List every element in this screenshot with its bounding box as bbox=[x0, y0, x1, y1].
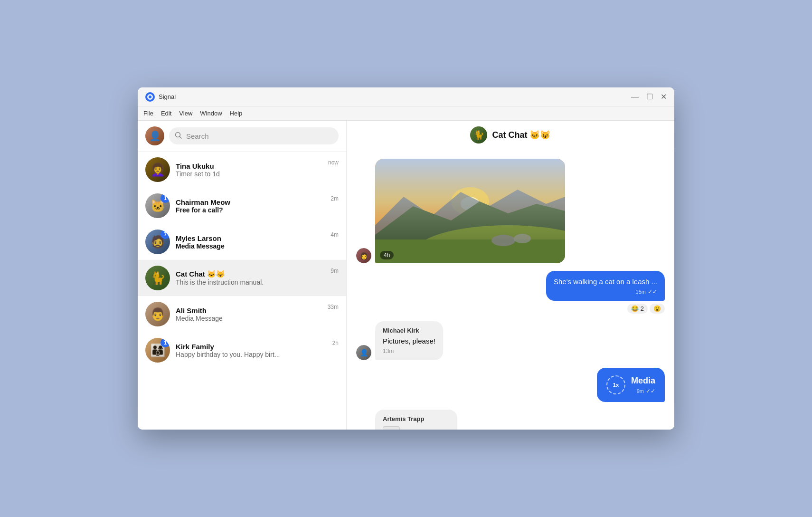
conv-time-myles: 4m bbox=[330, 231, 339, 238]
conv-avatar-myles: 🧔 7 bbox=[145, 230, 170, 254]
msg-text-leash: She's walking a cat on a leash ... bbox=[554, 277, 657, 287]
conv-time-chairman: 2m bbox=[330, 195, 339, 202]
titlebar: Signal — ☐ ✕ bbox=[138, 87, 674, 106]
msg-bubble-image: 4h bbox=[375, 159, 565, 263]
msg-meta-media: 9m ✓✓ bbox=[631, 388, 655, 394]
msg-time-in-michael: 13m bbox=[383, 348, 435, 354]
maximize-button[interactable]: ☐ bbox=[646, 93, 653, 101]
menubar: File Edit View Window Help bbox=[138, 106, 674, 121]
msg-reactions: 😂 2 😮 bbox=[627, 304, 665, 314]
conv-item-catchat[interactable]: 🐈 Cat Chat 🐱😺 This is the instruction ma… bbox=[138, 260, 346, 296]
msg-time-media: 9m bbox=[637, 388, 644, 394]
conv-info-kirk: Kirk Family Happy birthday to you. Happy… bbox=[176, 343, 332, 358]
conv-preview-kirk: Happy birthday to you. Happy birt... bbox=[176, 351, 332, 358]
menu-edit[interactable]: Edit bbox=[161, 110, 171, 117]
conv-info-tina: Tina Ukuku Timer set to 1d bbox=[176, 162, 328, 178]
svg-point-12 bbox=[514, 234, 531, 243]
conv-info-ali: Ali Smith Media Message bbox=[176, 306, 328, 322]
conv-name-tina: Tina Ukuku bbox=[176, 162, 328, 170]
conv-item-ali[interactable]: 👨 Ali Smith Media Message 33m bbox=[138, 296, 346, 332]
sidebar-header: 👤 bbox=[138, 121, 346, 152]
msg-image-mountain: 4h bbox=[375, 159, 565, 263]
conv-item-tina[interactable]: 👩‍🦱 Tina Ukuku Timer set to 1d now bbox=[138, 152, 346, 188]
conv-avatar-tina: 👩‍🦱 bbox=[145, 157, 170, 182]
msg-sender-avatar-ariel: 👩 bbox=[356, 248, 371, 263]
media-label: Media bbox=[631, 376, 655, 386]
conv-avatar-ali: 👨 bbox=[145, 302, 170, 326]
reaction-wow: 😮 bbox=[650, 304, 665, 314]
message-incoming-michael: 👤 Michael Kirk Pictures, please! 13m bbox=[356, 321, 665, 360]
chat-title: Cat Chat 🐱😺 bbox=[492, 130, 550, 140]
menu-window[interactable]: Window bbox=[200, 110, 222, 117]
conv-time-tina: now bbox=[328, 159, 339, 166]
conv-info-myles: Myles Larson Media Message bbox=[176, 234, 330, 250]
msg-time-out: 15m bbox=[636, 289, 646, 295]
conv-preview-ali: Media Message bbox=[176, 315, 328, 322]
app-window: Signal — ☐ ✕ File Edit View Window Help … bbox=[138, 87, 674, 430]
media-qualifier: 1x bbox=[613, 382, 619, 388]
conv-preview-chairman: Free for a call? bbox=[176, 206, 330, 214]
main-content: 👤 👩‍🦱 bbox=[138, 121, 674, 430]
menu-view[interactable]: View bbox=[179, 110, 192, 117]
search-bar[interactable] bbox=[169, 127, 339, 144]
conv-badge-kirk: 1 bbox=[161, 338, 170, 347]
conv-name-myles: Myles Larson bbox=[176, 234, 330, 242]
conv-info-chairman: Chairman Meow Free for a call? bbox=[176, 198, 330, 214]
conv-name-kirk: Kirk Family bbox=[176, 343, 332, 351]
conv-name-catchat: Cat Chat 🐱😺 bbox=[176, 270, 330, 278]
conv-time-catchat: 9m bbox=[330, 268, 339, 274]
conv-info-catchat: Cat Chat 🐱😺 This is the instruction manu… bbox=[176, 270, 330, 286]
svg-point-11 bbox=[491, 235, 515, 246]
svg-point-1 bbox=[149, 96, 151, 98]
minimize-button[interactable]: — bbox=[631, 93, 639, 101]
chat-header: 🐈 Cat Chat 🐱😺 bbox=[347, 121, 674, 149]
conv-time-kirk: 2h bbox=[332, 340, 339, 346]
message-incoming-image: 👩 bbox=[356, 159, 665, 263]
msg-sender-avatar-michael: 👤 bbox=[356, 345, 371, 360]
msg-checkmarks-media: ✓✓ bbox=[646, 388, 655, 394]
conv-item-kirk[interactable]: 👨‍👩‍👦 1 Kirk Family Happy birthday to yo… bbox=[138, 332, 346, 368]
menu-file[interactable]: File bbox=[143, 110, 153, 117]
pdf-icon: PDF bbox=[383, 426, 400, 430]
pdf-row: PDF Instructions.pdf 21.04 KB bbox=[383, 426, 450, 430]
conv-item-myles[interactable]: 🧔 7 Myles Larson Media Message 4m bbox=[138, 224, 346, 260]
msg-sender-name-artemis: Artemis Trapp bbox=[383, 415, 450, 422]
chat-header-avatar: 🐈 bbox=[470, 126, 487, 144]
msg-sender-name-michael: Michael Kirk bbox=[383, 327, 435, 334]
msg-bubble-outgoing-text: She's walking a cat on a leash ... 15m ✓… bbox=[546, 271, 665, 301]
message-outgoing-media: 1x Media 9m ✓✓ bbox=[356, 368, 665, 402]
conv-avatar-kirk: 👨‍👩‍👦 1 bbox=[145, 338, 170, 363]
menu-help[interactable]: Help bbox=[230, 110, 243, 117]
sidebar: 👤 👩‍🦱 bbox=[138, 121, 347, 430]
image-timestamp-overlay: 4h bbox=[380, 251, 394, 259]
conv-avatar-chairman: 🐱 1 bbox=[145, 193, 170, 218]
chat-area: 🐈 Cat Chat 🐱😺 👩 bbox=[347, 121, 674, 430]
reaction-laughing: 😂 2 bbox=[627, 304, 648, 314]
conv-name-ali: Ali Smith bbox=[176, 306, 328, 315]
conv-avatar-catchat: 🐈 bbox=[145, 266, 170, 290]
msg-bubble-pdf: Artemis Trapp PDF Instructions.pdf 21.04… bbox=[375, 410, 457, 430]
conv-time-ali: 33m bbox=[328, 304, 339, 310]
svg-rect-10 bbox=[375, 239, 565, 263]
conv-preview-myles: Media Message bbox=[176, 242, 330, 250]
message-incoming-pdf: Artemis Trapp PDF Instructions.pdf 21.04… bbox=[356, 410, 665, 430]
conv-name-chairman: Chairman Meow bbox=[176, 198, 330, 206]
app-logo-icon bbox=[145, 92, 155, 102]
close-button[interactable]: ✕ bbox=[661, 93, 667, 101]
conv-badge-chairman: 1 bbox=[161, 193, 170, 203]
msg-checkmarks: ✓✓ bbox=[648, 288, 657, 295]
msg-bubble-media: 1x Media 9m ✓✓ bbox=[597, 368, 665, 402]
msg-bubble-michael: Michael Kirk Pictures, please! 13m bbox=[375, 321, 443, 360]
conv-item-chairman[interactable]: 🐱 1 Chairman Meow Free for a call? 2m bbox=[138, 188, 346, 224]
conversation-list: 👩‍🦱 Tina Ukuku Timer set to 1d now 🐱 1 bbox=[138, 152, 346, 430]
media-icon: 1x bbox=[606, 375, 625, 394]
messages-list: 👩 bbox=[347, 149, 674, 430]
conv-preview-catchat: This is the instruction manual. bbox=[176, 278, 330, 286]
my-avatar[interactable]: 👤 bbox=[145, 126, 164, 145]
search-input[interactable] bbox=[186, 132, 333, 140]
conv-preview-tina: Timer set to 1d bbox=[176, 170, 328, 178]
app-title: Signal bbox=[159, 93, 631, 100]
message-outgoing-text: She's walking a cat on a leash ... 15m ✓… bbox=[356, 271, 665, 314]
msg-text-pictures: Pictures, please! bbox=[383, 336, 435, 346]
svg-line-3 bbox=[180, 136, 182, 138]
